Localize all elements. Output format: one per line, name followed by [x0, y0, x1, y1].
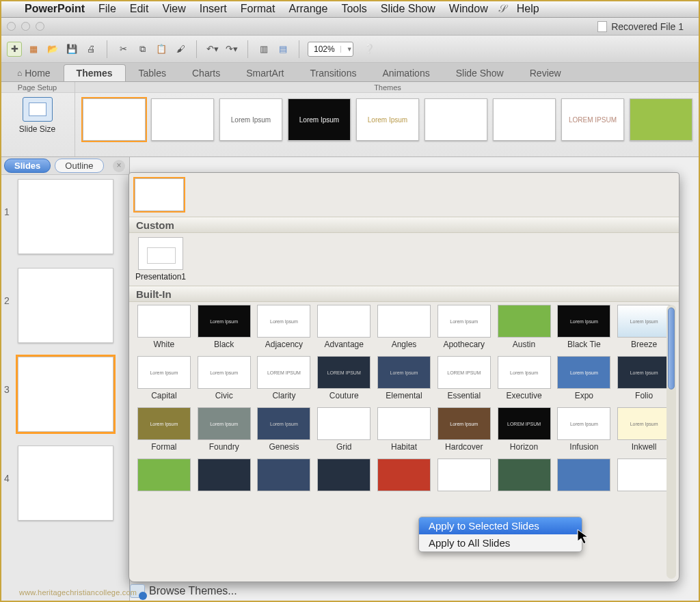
- menu-arrange[interactable]: Arrange: [282, 3, 334, 15]
- theme-cell[interactable]: White: [136, 305, 192, 353]
- theme-cell[interactable]: [196, 459, 252, 497]
- menu-help[interactable]: Help: [510, 3, 546, 15]
- zoom-dropdown-icon[interactable]: ▼: [340, 46, 353, 53]
- theme-cell[interactable]: [136, 459, 192, 497]
- menu-slideshow[interactable]: Slide Show: [374, 3, 442, 15]
- tab-themes[interactable]: Themes: [64, 64, 126, 81]
- menuitem-apply-all[interactable]: Apply to All Slides: [419, 534, 582, 551]
- save-icon[interactable]: 💾: [64, 42, 79, 57]
- redo-icon[interactable]: ↷▾: [224, 42, 239, 57]
- menuitem-apply-selected[interactable]: Apply to Selected Slides: [419, 517, 582, 534]
- minimize-window-button[interactable]: [21, 22, 30, 31]
- theme-austin[interactable]: [630, 98, 692, 141]
- theme-cell[interactable]: [256, 459, 312, 497]
- current-theme-thumb[interactable]: [135, 178, 184, 211]
- theme-cell[interactable]: Lorem IpsumInfusion: [556, 407, 612, 456]
- tab-review[interactable]: Review: [517, 64, 574, 81]
- theme-cell[interactable]: [436, 459, 492, 497]
- script-menu-icon[interactable]: 𝒮: [495, 3, 510, 15]
- new-doc-icon[interactable]: ▦: [26, 42, 41, 57]
- menu-file[interactable]: File: [92, 3, 123, 15]
- theme-cell[interactable]: Lorem IpsumCapital: [136, 356, 192, 405]
- theme-cell[interactable]: Lorem IpsumExpo: [556, 356, 612, 405]
- close-window-button[interactable]: [7, 22, 16, 31]
- theme-cell[interactable]: Lorem IpsumBlack: [196, 305, 252, 353]
- menu-app[interactable]: PowerPoint: [18, 3, 92, 15]
- theme-cell[interactable]: LOREM IPSUMCouture: [316, 356, 372, 405]
- show-hide-icon[interactable]: ▥: [256, 42, 271, 57]
- menu-window[interactable]: Window: [442, 3, 495, 15]
- slide-size-button[interactable]: Slide Size: [19, 93, 55, 134]
- tab-slideshow[interactable]: Slide Show: [443, 64, 517, 81]
- tab-slides[interactable]: Slides: [4, 159, 51, 173]
- theme-cell[interactable]: [496, 459, 552, 497]
- theme-cell[interactable]: [376, 459, 432, 497]
- theme-cell[interactable]: Lorem IpsumFormal: [136, 407, 192, 456]
- theme-cell[interactable]: Lorem IpsumExecutive: [496, 356, 552, 405]
- theme-cell[interactable]: LOREM IPSUMEssential: [436, 356, 492, 405]
- slide-thumbnail[interactable]: 3: [4, 357, 125, 432]
- zoom-combo[interactable]: 102% ▼: [308, 42, 353, 57]
- theme-cell[interactable]: Lorem IpsumElemental: [376, 356, 432, 405]
- menu-format[interactable]: Format: [234, 3, 282, 15]
- theme-black[interactable]: Lorem Ipsum: [288, 98, 351, 141]
- slide-thumbnail[interactable]: 2: [4, 268, 125, 343]
- slide-thumbnail[interactable]: 4: [4, 446, 125, 521]
- tab-transitions[interactable]: Transitions: [297, 64, 369, 81]
- theme-cell[interactable]: Angles: [376, 305, 432, 353]
- menu-tools[interactable]: Tools: [334, 3, 373, 15]
- format-painter-icon[interactable]: 🖌: [173, 42, 188, 57]
- tab-tables[interactable]: Tables: [126, 64, 179, 81]
- browse-themes-button[interactable]: Browse Themes...: [130, 584, 237, 598]
- theme-cell[interactable]: Lorem IpsumApothecary: [436, 305, 492, 353]
- help-icon[interactable]: ❔: [362, 42, 377, 57]
- theme-advantage[interactable]: [425, 98, 487, 141]
- theme-cell[interactable]: Lorem IpsumFoundry: [196, 407, 252, 456]
- print-icon[interactable]: 🖨: [83, 42, 98, 57]
- theme-white[interactable]: [83, 98, 146, 141]
- theme-apothecary[interactable]: LOREM IPSUM: [561, 98, 624, 141]
- undo-icon[interactable]: ↶▾: [205, 42, 220, 57]
- copy-icon[interactable]: ⧉: [135, 42, 150, 57]
- theme-blank[interactable]: [151, 98, 214, 141]
- new-slide-icon[interactable]: ✚: [7, 42, 22, 57]
- layout-icon[interactable]: ▤: [275, 42, 291, 57]
- zoom-window-button[interactable]: [36, 22, 44, 31]
- theme-cell[interactable]: Lorem IpsumHardcover: [436, 407, 492, 456]
- tab-smartart[interactable]: SmartArt: [233, 64, 297, 81]
- theme-cell[interactable]: Lorem IpsumAdjacency: [256, 305, 312, 353]
- menu-view[interactable]: View: [155, 3, 192, 15]
- theme-cell[interactable]: [556, 459, 612, 497]
- theme-cell[interactable]: Lorem IpsumGenesis: [256, 407, 312, 456]
- slide-thumbnail[interactable]: 1: [4, 179, 125, 254]
- open-icon[interactable]: 📂: [45, 42, 60, 57]
- theme-cell[interactable]: Austin: [496, 305, 552, 353]
- custom-theme-presentation1[interactable]: Presentation1: [136, 237, 185, 282]
- theme-cell[interactable]: Lorem IpsumCivic: [196, 356, 252, 405]
- theme-angles[interactable]: [493, 98, 556, 141]
- scrollbar-thumb[interactable]: [668, 307, 675, 389]
- menu-edit[interactable]: Edit: [123, 3, 156, 15]
- theme-cell[interactable]: [616, 459, 672, 497]
- tab-charts[interactable]: Charts: [179, 64, 233, 81]
- theme-adjacency[interactable]: Lorem Ipsum: [356, 98, 419, 141]
- cut-icon[interactable]: ✂: [116, 42, 131, 57]
- tab-outline[interactable]: Outline: [55, 159, 103, 173]
- paste-icon[interactable]: 📋: [154, 42, 169, 57]
- menu-insert[interactable]: Insert: [193, 3, 234, 15]
- theme-lorem1[interactable]: Lorem Ipsum: [219, 98, 282, 141]
- theme-cell[interactable]: [316, 459, 372, 497]
- theme-cell[interactable]: Grid: [316, 407, 372, 456]
- theme-cell[interactable]: Lorem IpsumBreeze: [616, 305, 672, 353]
- theme-cell[interactable]: LOREM IPSUMHorizon: [496, 407, 552, 456]
- theme-cell[interactable]: Advantage: [316, 305, 372, 353]
- tab-animations[interactable]: Animations: [369, 64, 442, 81]
- theme-cell[interactable]: Habitat: [376, 407, 432, 456]
- themes-scrollbar[interactable]: [667, 305, 676, 579]
- tab-home[interactable]: ⌂Home: [4, 64, 64, 81]
- close-panel-icon[interactable]: ×: [113, 160, 125, 172]
- theme-cell[interactable]: Lorem IpsumBlack Tie: [556, 305, 612, 353]
- theme-cell[interactable]: LOREM IPSUMClarity: [256, 356, 312, 405]
- theme-cell[interactable]: Lorem IpsumInkwell: [616, 407, 672, 456]
- theme-cell[interactable]: Lorem IpsumFolio: [616, 356, 672, 405]
